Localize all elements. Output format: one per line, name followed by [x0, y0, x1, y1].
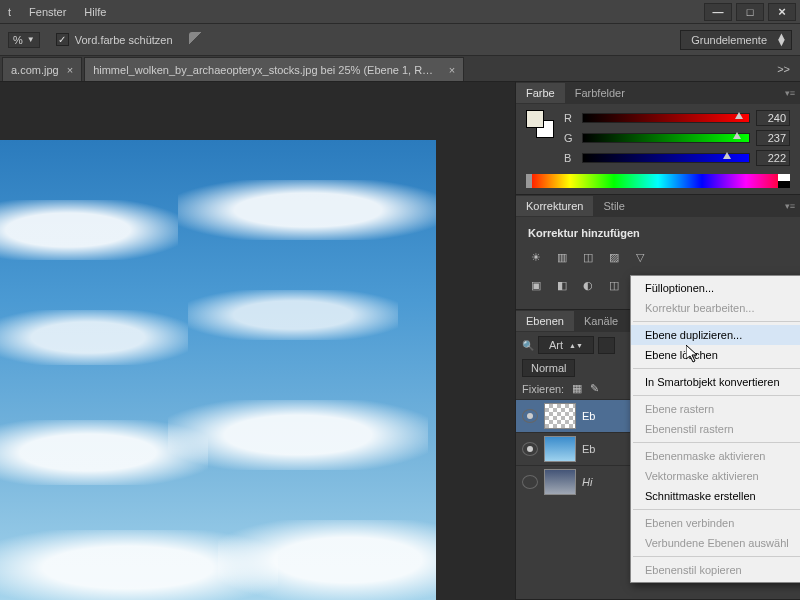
curves-icon[interactable]: ◫: [580, 249, 596, 265]
document-tab-2[interactable]: himmel_wolken_by_archaeopteryx_stocks.jp…: [84, 57, 464, 81]
filter-label: Art: [549, 339, 563, 351]
separator: [633, 556, 800, 557]
photo-filter-icon[interactable]: ◐: [580, 277, 596, 293]
cm-ebenen-verbinden: Ebenen verbinden: [631, 513, 800, 533]
vibrance-icon[interactable]: ▽: [632, 249, 648, 265]
document-tabs: a.com.jpg × himmel_wolken_by_archaeopter…: [0, 56, 800, 82]
cm-vektormaske: Vektormaske aktivieren: [631, 466, 800, 486]
r-label: R: [564, 112, 576, 124]
separator: [633, 321, 800, 322]
document-canvas[interactable]: [0, 140, 436, 600]
tab-farbfelder[interactable]: Farbfelder: [565, 83, 635, 103]
fg-color-swatch[interactable]: [526, 110, 544, 128]
tab-farbe[interactable]: Farbe: [516, 83, 565, 103]
layer-thumbnail[interactable]: [544, 403, 576, 429]
visibility-toggle[interactable]: [522, 475, 538, 489]
b-label: B: [564, 152, 576, 164]
panel-menu-icon[interactable]: ▾≡: [780, 88, 800, 98]
opacity-field[interactable]: % ▼: [8, 32, 40, 48]
lock-transparency-icon[interactable]: ▦: [572, 382, 582, 395]
minimize-button[interactable]: —: [704, 3, 732, 21]
updown-icon: ▲▼: [776, 33, 787, 45]
checkmark-icon: ✓: [56, 33, 69, 46]
channel-mixer-icon[interactable]: ◫: [606, 277, 622, 293]
search-icon: 🔍: [522, 340, 534, 351]
g-slider[interactable]: [582, 133, 750, 143]
menu-item-t[interactable]: t: [8, 6, 11, 18]
protect-fg-checkbox[interactable]: ✓ Vord.farbe schützen: [56, 33, 173, 46]
cm-ebenenmaske: Ebenenmaske aktivieren: [631, 446, 800, 466]
cm-ebenenstil-rastern: Ebenenstil rastern: [631, 419, 800, 439]
separator: [633, 509, 800, 510]
color-spectrum[interactable]: [526, 174, 790, 188]
lock-label: Fixieren:: [522, 383, 564, 395]
brightness-icon[interactable]: ☀: [528, 249, 544, 265]
panel-menu-icon[interactable]: ▾≡: [780, 201, 800, 211]
blend-label: Normal: [531, 362, 566, 374]
menu-item-fenster[interactable]: Fenster: [29, 6, 66, 18]
separator: [633, 368, 800, 369]
brush-icon[interactable]: [189, 32, 205, 48]
g-value[interactable]: 237: [756, 130, 790, 146]
tab-title: a.com.jpg: [11, 64, 59, 76]
options-bar: % ▼ ✓ Vord.farbe schützen Grundelemente …: [0, 24, 800, 56]
visibility-toggle[interactable]: [522, 409, 538, 423]
fgbg-swatch[interactable]: [526, 110, 554, 138]
b-slider[interactable]: [582, 153, 750, 163]
tab-korrekturen[interactable]: Korrekturen: [516, 196, 593, 216]
cm-ebene-loeschen[interactable]: Ebene löschen: [631, 345, 800, 365]
window-controls: — □ ×: [704, 3, 796, 21]
r-slider[interactable]: [582, 113, 750, 123]
exposure-icon[interactable]: ▨: [606, 249, 622, 265]
layer-filter-select[interactable]: Art ▲▼: [538, 336, 594, 354]
g-label: G: [564, 132, 576, 144]
close-button[interactable]: ×: [768, 3, 796, 21]
tab-ebenen[interactable]: Ebenen: [516, 311, 574, 331]
color-panel: Farbe Farbfelder ▾≡ R 240: [516, 82, 800, 195]
filter-icons: [598, 337, 615, 354]
cm-fuelloptionen[interactable]: Fülloptionen...: [631, 278, 800, 298]
visibility-toggle[interactable]: [522, 442, 538, 456]
canvas-area: [0, 82, 515, 600]
hue-icon[interactable]: ▣: [528, 277, 544, 293]
levels-icon[interactable]: ▥: [554, 249, 570, 265]
maximize-button[interactable]: □: [736, 3, 764, 21]
filter-pixel-icon[interactable]: [598, 337, 615, 354]
chevron-down-icon: ▼: [27, 35, 35, 44]
layer-thumbnail[interactable]: [544, 436, 576, 462]
layer-thumbnail[interactable]: [544, 469, 576, 495]
cm-verbundene-auswaehlen: Verbundene Ebenen auswähl: [631, 533, 800, 553]
separator: [633, 442, 800, 443]
layer-context-menu: Fülloptionen... Korrektur bearbeiten... …: [630, 275, 800, 583]
percent-label: %: [13, 34, 23, 46]
tabs-overflow-button[interactable]: >>: [767, 63, 800, 75]
tab-title: himmel_wolken_by_archaeopteryx_stocks.jp…: [93, 64, 441, 76]
workspace-label: Grundelemente: [691, 34, 767, 46]
cm-smartobjekt[interactable]: In Smartobjekt konvertieren: [631, 372, 800, 392]
separator: [633, 395, 800, 396]
cm-korrektur-bearbeiten: Korrektur bearbeiten...: [631, 298, 800, 318]
menu-item-hilfe[interactable]: Hilfe: [84, 6, 106, 18]
lock-paint-icon[interactable]: ✎: [590, 382, 599, 395]
cm-schnittmaske[interactable]: Schnittmaske erstellen: [631, 486, 800, 506]
bw-icon[interactable]: ◧: [554, 277, 570, 293]
cm-ebene-rastern: Ebene rastern: [631, 399, 800, 419]
close-icon[interactable]: ×: [67, 64, 73, 76]
updown-icon: ▲▼: [569, 342, 583, 349]
close-icon[interactable]: ×: [449, 64, 455, 76]
menubar: t Fenster Hilfe — □ ×: [0, 0, 800, 24]
tab-stile[interactable]: Stile: [593, 196, 634, 216]
adjustments-title: Korrektur hinzufügen: [526, 223, 790, 247]
cm-ebene-duplizieren[interactable]: Ebene duplizieren...: [631, 325, 800, 345]
workspace-selector[interactable]: Grundelemente ▲▼: [680, 30, 792, 50]
cm-ebenenstil-kopieren: Ebenenstil kopieren: [631, 560, 800, 580]
r-value[interactable]: 240: [756, 110, 790, 126]
b-value[interactable]: 222: [756, 150, 790, 166]
adjustments-row-1: ☀ ▥ ◫ ▨ ▽: [526, 247, 790, 275]
protect-fg-label: Vord.farbe schützen: [75, 34, 173, 46]
blend-mode-select[interactable]: Normal: [522, 359, 575, 377]
tab-kanaele[interactable]: Kanäle: [574, 311, 628, 331]
document-tab-1[interactable]: a.com.jpg ×: [2, 57, 82, 81]
